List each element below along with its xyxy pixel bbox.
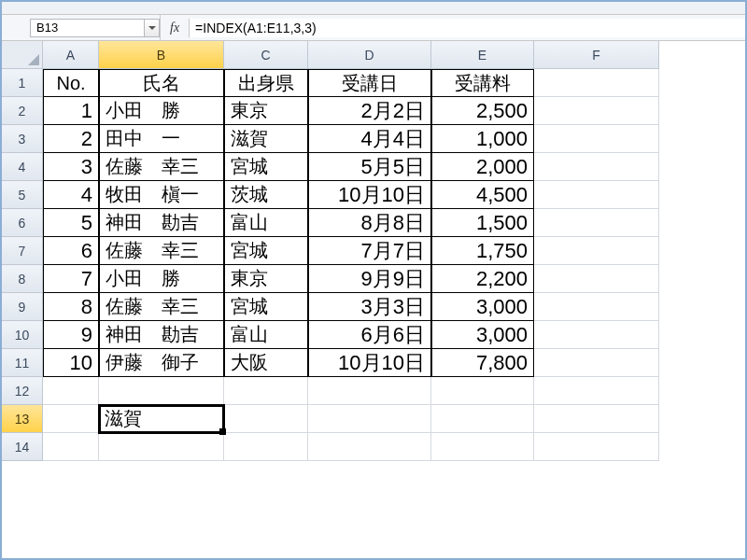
cell-C14[interactable] xyxy=(224,433,308,461)
row-header-5[interactable]: 5 xyxy=(2,181,43,209)
cell-D4[interactable]: 5月5日 xyxy=(308,153,431,181)
cell-B11[interactable]: 伊藤 御子 xyxy=(99,349,224,377)
cell-D11[interactable]: 10月10日 xyxy=(308,349,431,377)
cell-B9[interactable]: 佐藤 幸三 xyxy=(99,293,224,321)
cell-F7[interactable] xyxy=(534,237,659,265)
row-header-2[interactable]: 2 xyxy=(2,97,43,125)
row-header-8[interactable]: 8 xyxy=(2,265,43,293)
cell-A10[interactable]: 9 xyxy=(43,321,99,349)
select-all-corner[interactable] xyxy=(2,41,43,69)
cell-A11[interactable]: 10 xyxy=(43,349,99,377)
cell-C5[interactable]: 茨城 xyxy=(224,181,308,209)
cell-A4[interactable]: 3 xyxy=(43,153,99,181)
cell-C10[interactable]: 富山 xyxy=(224,321,308,349)
cell-D7[interactable]: 7月7日 xyxy=(308,237,431,265)
cell-C9[interactable]: 宮城 xyxy=(224,293,308,321)
row-header-12[interactable]: 12 xyxy=(2,377,43,405)
cell-C11[interactable]: 大阪 xyxy=(224,349,308,377)
cell-A6[interactable]: 5 xyxy=(43,209,99,237)
cell-A5[interactable]: 4 xyxy=(43,181,99,209)
cell-F11[interactable] xyxy=(534,349,659,377)
column-header-F[interactable]: F xyxy=(534,41,659,69)
cell-C8[interactable]: 東京 xyxy=(224,265,308,293)
cell-C6[interactable]: 富山 xyxy=(224,209,308,237)
cell-B2[interactable]: 小田 勝 xyxy=(99,97,224,125)
row-header-3[interactable]: 3 xyxy=(2,125,43,153)
cell-B13[interactable]: 滋賀 xyxy=(99,405,224,433)
cell-C2[interactable]: 東京 xyxy=(224,97,308,125)
cell-A8[interactable]: 7 xyxy=(43,265,99,293)
cell-E2[interactable]: 2,500 xyxy=(431,97,534,125)
cell-D1[interactable]: 受講日 xyxy=(308,69,431,97)
row-header-4[interactable]: 4 xyxy=(2,153,43,181)
column-header-D[interactable]: D xyxy=(308,41,431,69)
cell-E13[interactable] xyxy=(431,405,534,433)
column-header-A[interactable]: A xyxy=(43,41,99,69)
cell-D6[interactable]: 8月8日 xyxy=(308,209,431,237)
cell-F8[interactable] xyxy=(534,265,659,293)
cell-F2[interactable] xyxy=(534,97,659,125)
cell-D9[interactable]: 3月3日 xyxy=(308,293,431,321)
cell-E11[interactable]: 7,800 xyxy=(431,349,534,377)
cell-B7[interactable]: 佐藤 幸三 xyxy=(99,237,224,265)
row-header-7[interactable]: 7 xyxy=(2,237,43,265)
cell-F3[interactable] xyxy=(534,125,659,153)
name-box-dropdown[interactable] xyxy=(145,19,160,37)
cell-C12[interactable] xyxy=(224,377,308,405)
spreadsheet-grid[interactable]: ABCDEF1No.氏名出身県受講日受講料21小田 勝東京2月2日2,50032… xyxy=(2,41,745,461)
row-header-14[interactable]: 14 xyxy=(2,433,43,461)
cell-C1[interactable]: 出身県 xyxy=(224,69,308,97)
cell-B10[interactable]: 神田 勘吉 xyxy=(99,321,224,349)
cell-C3[interactable]: 滋賀 xyxy=(224,125,308,153)
formula-input[interactable]: =INDEX(A1:E11,3,3) xyxy=(189,19,745,37)
cell-F1[interactable] xyxy=(534,69,659,97)
cell-B8[interactable]: 小田 勝 xyxy=(99,265,224,293)
cell-E9[interactable]: 3,000 xyxy=(431,293,534,321)
cell-D13[interactable] xyxy=(308,405,431,433)
row-header-9[interactable]: 9 xyxy=(2,293,43,321)
cell-D12[interactable] xyxy=(308,377,431,405)
column-header-E[interactable]: E xyxy=(431,41,534,69)
cell-B6[interactable]: 神田 勘吉 xyxy=(99,209,224,237)
cell-F12[interactable] xyxy=(534,377,659,405)
cell-D5[interactable]: 10月10日 xyxy=(308,181,431,209)
cell-F10[interactable] xyxy=(534,321,659,349)
cell-E7[interactable]: 1,750 xyxy=(431,237,534,265)
cell-B1[interactable]: 氏名 xyxy=(99,69,224,97)
row-header-10[interactable]: 10 xyxy=(2,321,43,349)
cell-B5[interactable]: 牧田 槇一 xyxy=(99,181,224,209)
cell-C13[interactable] xyxy=(224,405,308,433)
cell-F6[interactable] xyxy=(534,209,659,237)
row-header-1[interactable]: 1 xyxy=(2,69,43,97)
cell-E4[interactable]: 2,000 xyxy=(431,153,534,181)
cell-D10[interactable]: 6月6日 xyxy=(308,321,431,349)
row-header-13[interactable]: 13 xyxy=(2,405,43,433)
cell-E1[interactable]: 受講料 xyxy=(431,69,534,97)
cell-A13[interactable] xyxy=(43,405,99,433)
cell-E3[interactable]: 1,000 xyxy=(431,125,534,153)
cell-C7[interactable]: 宮城 xyxy=(224,237,308,265)
cell-D8[interactable]: 9月9日 xyxy=(308,265,431,293)
cell-D3[interactable]: 4月4日 xyxy=(308,125,431,153)
row-header-11[interactable]: 11 xyxy=(2,349,43,377)
cell-A3[interactable]: 2 xyxy=(43,125,99,153)
cell-A2[interactable]: 1 xyxy=(43,97,99,125)
cell-B3[interactable]: 田中 一 xyxy=(99,125,224,153)
name-box[interactable]: B13 xyxy=(30,19,145,37)
cell-A9[interactable]: 8 xyxy=(43,293,99,321)
cell-E12[interactable] xyxy=(431,377,534,405)
cell-E6[interactable]: 1,500 xyxy=(431,209,534,237)
column-header-C[interactable]: C xyxy=(224,41,308,69)
cell-B4[interactable]: 佐藤 幸三 xyxy=(99,153,224,181)
cell-A7[interactable]: 6 xyxy=(43,237,99,265)
fx-icon[interactable]: fx xyxy=(166,21,183,35)
cell-A1[interactable]: No. xyxy=(43,69,99,97)
cell-F9[interactable] xyxy=(534,293,659,321)
cell-F5[interactable] xyxy=(534,181,659,209)
cell-B12[interactable] xyxy=(99,377,224,405)
cell-F13[interactable] xyxy=(534,405,659,433)
cell-F14[interactable] xyxy=(534,433,659,461)
column-header-B[interactable]: B xyxy=(99,41,224,69)
cell-F4[interactable] xyxy=(534,153,659,181)
cell-E8[interactable]: 2,200 xyxy=(431,265,534,293)
